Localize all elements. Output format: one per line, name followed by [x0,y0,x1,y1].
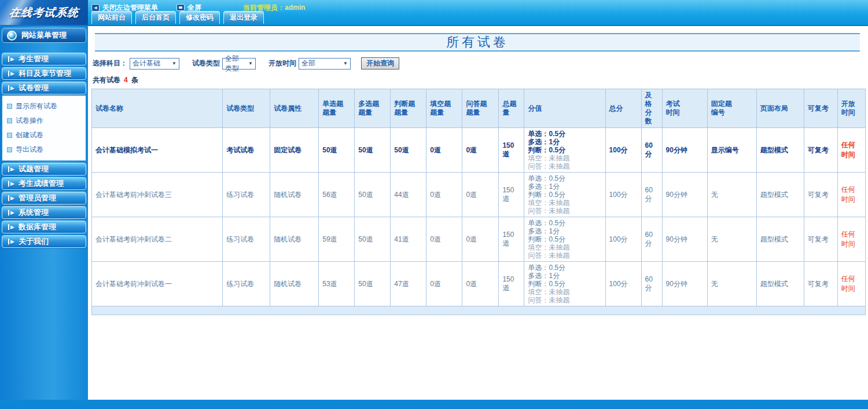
cell-scores: 单选：0.5分多选：1分判断：0.5分填空：未抽题问答：未抽题 [524,262,605,306]
score-line: 填空：未抽题 [528,154,601,162]
cell-pass_score: 60分 [641,262,662,306]
cell-duration: 90分钟 [662,173,707,217]
table-row: 会计基础模拟考试一考试试卷固定试卷50道50道50道0道0道150道单选：0.5… [92,128,866,173]
sidebar-item-admin-management[interactable]: ▶管理员管理 [2,192,86,204]
cell-scores: 单选：0.5分多选：1分判断：0.5分填空：未抽题问答：未抽题 [524,173,605,217]
submenu-item-export-paper[interactable]: 导出试卷 [7,143,86,157]
current-admin-label: 当前管理员： [243,3,285,12]
cell-qa: 0道 [462,217,499,262]
submenu-item-label: 试卷操作 [16,116,43,126]
cell-total: 150道 [499,217,524,262]
cell-type: 练习试卷 [223,262,270,306]
cell-retake: 可复考 [804,128,837,173]
cell-duration: 90分钟 [662,262,707,306]
column-header: 试卷名称 [92,89,223,128]
cell-single: 56道 [319,173,355,217]
menu-arrow-icon: ▶ [8,210,14,216]
score-line: 单选：0.5分 [528,219,601,227]
paper-count-prefix: 共有试卷 [93,76,120,84]
cell-total_score: 100分 [605,262,641,306]
cell-fixed_no: 显示编号 [707,128,756,173]
sidebar-title: 网站菜单管理 [21,30,67,41]
sidebar-item-about-us[interactable]: ▶关于我们 [2,235,86,248]
submenu-item-label: 创建试卷 [16,130,43,140]
query-button[interactable]: 开始查询 [361,57,399,70]
tab-admin-home[interactable]: 后台首页 [135,11,176,24]
cell-name: 会计基础考前冲刺试卷二 [92,217,223,262]
tab-change-password[interactable]: 修改密码 [179,11,220,24]
fullscreen-icon [176,4,185,11]
top-header: 在线考试系统 ◄ 关闭左边管理菜单 全屏 当前管理员：admin 网站前台后台首… [0,0,868,26]
sidebar-item-label: 科目及章节管理 [19,68,71,79]
cell-pass_score: 60分 [641,173,662,217]
sidebar-item-label: 试题管理 [19,164,49,174]
cell-fill: 0道 [426,217,462,262]
paper-type-select[interactable]: 全部类型 ▼ [222,58,256,70]
cell-judge: 41道 [391,217,426,262]
table-row: 会计基础考前冲刺试卷三练习试卷随机试卷56道50道44道0道0道150道单选：0… [92,173,866,217]
main-content: 所有试卷 选择科目： 会计基础 ▼ 试卷类型 全部类型 ▼ 开放时间 全部 ▼ … [88,26,868,400]
score-line: 判断：0.5分 [528,280,601,288]
menu-arrow-icon: ▶ [8,166,14,172]
chevron-down-icon: ▼ [172,61,176,66]
submenu-item-paper-operations[interactable]: 试卷操作 [7,114,86,128]
current-admin-name: admin [285,3,305,12]
cell-judge: 44道 [391,173,426,217]
app-logo: 在线考试系统 [0,0,88,25]
sidebar-item-paper-management[interactable]: ▶试卷管理 [2,82,86,94]
column-header: 试卷类型 [223,89,270,128]
column-header: 总分 [605,89,641,128]
column-header: 考试 时间 [662,89,707,128]
type-filter-label: 试卷类型 [192,59,220,68]
cell-qa: 0道 [462,262,499,306]
cell-judge: 47道 [391,262,426,306]
score-line: 多选：1分 [528,272,601,280]
cell-duration: 90分钟 [662,217,707,262]
score-line: 多选：1分 [528,138,601,146]
submenu-item-create-paper[interactable]: 创建试卷 [7,128,86,143]
cell-pass_score: 60分 [641,128,662,173]
cell-fixed_no: 无 [707,173,756,217]
sidebar-item-subject-chapter-management[interactable]: ▶科目及章节管理 [2,67,86,80]
cell-layout: 题型模式 [756,173,804,217]
subject-filter-label: 选择科目： [93,59,127,68]
sidebar-item-label: 考生管理 [19,54,49,64]
cell-open_time: 任何时间 [837,128,865,173]
tab-logout[interactable]: 退出登录 [223,11,264,24]
column-header: 及格 分数 [641,89,662,128]
open-time-select[interactable]: 全部 ▼ [299,58,351,70]
score-line: 问答：未抽题 [528,296,601,304]
cell-name: 会计基础考前冲刺试卷三 [92,173,223,217]
sidebar-item-database-management[interactable]: ▶数据库管理 [2,221,86,233]
cell-fill: 0道 [426,128,462,173]
table-footer-band [91,306,866,315]
cell-attr: 随机试卷 [270,262,319,306]
subject-select[interactable]: 会计基础 ▼ [130,58,179,70]
sidebar-item-examinee-management[interactable]: ▶考生管理 [2,53,86,65]
cell-fixed_no: 无 [707,217,756,262]
cell-fixed_no: 无 [707,262,756,306]
submenu-item-show-all-papers[interactable]: 显示所有试卷 [7,99,86,114]
sidebar-item-system-management[interactable]: ▶系统管理 [2,206,86,219]
submenu-bullet-icon [7,133,12,138]
cell-qa: 0道 [462,173,499,217]
sidebar-item-label: 管理员管理 [19,193,56,203]
sidebar-item-score-management[interactable]: ▶考生成绩管理 [2,177,86,190]
menu-arrow-icon: ▶ [8,85,14,91]
menu-arrow-icon: ▶ [8,239,14,244]
cell-open_time: 任何时间 [837,173,865,217]
paper-count: 共有试卷4条 [93,75,863,85]
sidebar-item-question-management[interactable]: ▶试题管理 [2,163,86,176]
sidebar: 网站菜单管理 ▶考生管理▶科目及章节管理▶试卷管理显示所有试卷试卷操作创建试卷导… [0,26,88,400]
cell-retake: 可复考 [804,217,837,262]
sidebar-item-label: 数据库管理 [19,222,56,232]
column-header: 开放时间 [837,89,865,128]
score-line: 问答：未抽题 [528,162,601,170]
column-header: 单选题 题量 [319,89,355,128]
cell-duration: 90分钟 [662,128,707,173]
cell-single: 50道 [319,128,355,173]
menu-arrow-icon: ▶ [8,224,14,230]
tab-site-front[interactable]: 网站前台 [91,11,132,24]
cell-attr: 随机试卷 [270,217,319,262]
cell-name: 会计基础考前冲刺试卷一 [92,262,223,306]
